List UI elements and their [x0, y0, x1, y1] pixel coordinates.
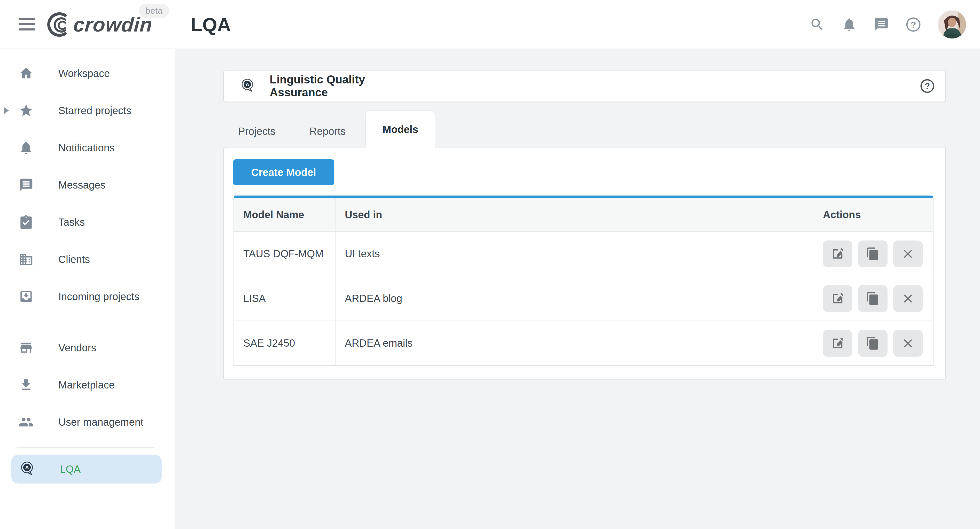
main-content: A Linguistic Quality Assurance ? Project… [176, 49, 980, 529]
sidebar-item-label: Incoming projects [58, 291, 139, 302]
lqa-header-bar: A Linguistic Quality Assurance ? [223, 70, 946, 102]
inbox-icon [19, 289, 33, 304]
duplicate-model-button[interactable] [858, 240, 888, 267]
model-name-cell: TAUS DQF-MQM [234, 232, 335, 276]
help-icon: ? [920, 78, 935, 94]
avatar[interactable] [938, 10, 967, 39]
crowdin-logo-icon [47, 12, 72, 37]
table-row: SAE J2450 ARDEA emails [234, 321, 933, 365]
edit-model-button[interactable] [823, 330, 853, 357]
column-header-model-name: Model Name [234, 198, 335, 231]
page-title: LQA [191, 0, 231, 49]
sidebar-item-label: Marketplace [58, 379, 115, 391]
edit-icon [831, 336, 845, 350]
crowdin-wordmark: crowdin [73, 13, 153, 37]
table-row: LISA ARDEA blog [234, 276, 933, 321]
topbar-actions: ? [810, 0, 967, 49]
lqa-header-title-section: A Linguistic Quality Assurance [224, 70, 413, 102]
notifications-bell-icon[interactable] [842, 17, 857, 32]
sidebar-item-label: Workspace [58, 68, 110, 79]
header-spacer [413, 70, 909, 102]
sidebar-item-workspace[interactable]: Workspace [0, 55, 175, 92]
delete-model-button[interactable] [893, 240, 923, 267]
column-header-used-in: Used in [335, 198, 814, 231]
sidebar-item-label: User management [58, 416, 143, 428]
building-icon [19, 252, 33, 267]
copy-icon [866, 292, 880, 305]
tab-models-active[interactable]: Models [366, 111, 435, 148]
lqa-header-title: Linguistic Quality Assurance [270, 73, 413, 99]
sidebar-item-notifications[interactable]: Notifications [0, 129, 175, 166]
svg-text:A: A [25, 465, 29, 470]
actions-cell [814, 232, 933, 276]
used-in-cell: UI texts [335, 232, 814, 276]
table-header-row: Model Name Used in Actions [234, 198, 933, 231]
edit-icon [831, 292, 845, 305]
copy-icon [866, 336, 880, 350]
models-panel: Create Model Model Name Used in Actions … [223, 147, 946, 380]
help-icon[interactable]: ? [905, 17, 921, 32]
sidebar-item-vendors[interactable]: Vendors [0, 329, 175, 366]
sidebar-divider [16, 447, 154, 448]
used-in-cell: ARDEA blog [335, 276, 814, 321]
sidebar-item-clients[interactable]: Clients [0, 241, 175, 278]
sidebar-item-marketplace[interactable]: Marketplace [0, 366, 175, 404]
crowdin-logo[interactable]: crowdin [47, 0, 153, 49]
search-icon[interactable] [810, 17, 825, 32]
edit-icon [831, 247, 845, 261]
duplicate-model-button[interactable] [858, 330, 888, 357]
sidebar-item-messages[interactable]: Messages [0, 166, 175, 203]
close-icon [901, 292, 915, 305]
sidebar-item-label: Messages [58, 179, 105, 191]
lqa-icon: A [19, 461, 36, 478]
column-header-actions: Actions [814, 198, 933, 231]
sidebar: Workspace Starred projects Notifications… [0, 49, 175, 529]
table-row: TAUS DQF-MQM UI texts [234, 231, 933, 276]
duplicate-model-button[interactable] [858, 285, 888, 312]
sidebar-divider [16, 322, 154, 322]
edit-model-button[interactable] [823, 285, 853, 312]
tasks-clipboard-icon [19, 214, 33, 230]
sidebar-item-user-management[interactable]: User management [0, 404, 175, 441]
create-model-button[interactable]: Create Model [233, 159, 334, 185]
tab-projects[interactable]: Projects [238, 116, 275, 147]
sidebar-item-tasks[interactable]: Tasks [0, 203, 175, 241]
sidebar-item-label: Clients [58, 254, 90, 265]
svg-text:?: ? [910, 20, 916, 30]
sidebar-item-label: Tasks [58, 216, 85, 228]
header-help-section[interactable]: ? [909, 70, 945, 102]
actions-cell [814, 321, 933, 365]
sidebar-item-incoming-projects[interactable]: Incoming projects [0, 278, 175, 315]
close-icon [901, 247, 915, 261]
hamburger-menu-icon[interactable] [19, 18, 35, 30]
top-bar: crowdin beta LQA ? [0, 0, 980, 49]
sidebar-item-starred-projects[interactable]: Starred projects [0, 92, 175, 129]
store-icon [19, 340, 33, 355]
svg-text:A: A [245, 82, 249, 87]
sidebar-item-label: Starred projects [58, 105, 131, 116]
used-in-cell: ARDEA emails [335, 321, 814, 365]
star-icon [19, 103, 33, 118]
sidebar-item-label: Vendors [58, 342, 96, 354]
sidebar-item-label: LQA [60, 463, 81, 475]
beta-badge: beta [139, 4, 169, 18]
messages-icon[interactable] [873, 17, 889, 32]
edit-model-button[interactable] [823, 240, 853, 267]
download-icon [19, 377, 33, 392]
lqa-icon: A [240, 78, 256, 94]
copy-icon [866, 247, 880, 261]
close-icon [901, 336, 915, 350]
actions-cell [814, 276, 933, 321]
chevron-right-icon[interactable] [4, 107, 9, 114]
delete-model-button[interactable] [893, 285, 923, 312]
sidebar-item-lqa-selected[interactable]: A LQA [11, 454, 162, 483]
svg-text:?: ? [925, 81, 930, 91]
tab-reports[interactable]: Reports [309, 116, 345, 147]
delete-model-button[interactable] [893, 330, 923, 357]
sidebar-item-label: Notifications [58, 142, 115, 154]
models-table: Model Name Used in Actions TAUS DQF-MQM … [234, 195, 934, 366]
people-icon [19, 415, 33, 430]
bell-icon [19, 140, 33, 155]
model-name-cell: LISA [234, 276, 335, 321]
message-icon [19, 178, 33, 192]
